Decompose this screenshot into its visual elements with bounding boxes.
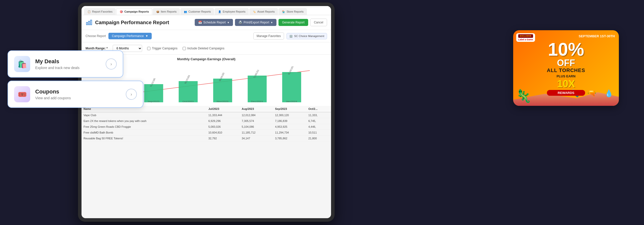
page-title: Campaign Performance Report [95, 20, 169, 25]
svg-rect-14 [213, 79, 232, 102]
page-header: Campaign Performance Report 📅 Schedule R… [82, 15, 331, 30]
nav-tabs: 📋 Report Favorites 🎯 Campaign Reports 📦 … [82, 6, 331, 15]
report-favorites-icon: 📋 [87, 10, 91, 13]
choose-report-label: Choose Report [86, 34, 106, 38]
product-2: 🔫 [584, 83, 599, 103]
campaign-reports-icon: 🎯 [119, 10, 123, 13]
promo-exclusive-label: EXCLUSIVE [518, 34, 533, 38]
col-header-sep2023: Sep/2023 [273, 106, 306, 112]
svg-text:Dec/2023: Dec/2023 [251, 100, 263, 103]
tab-item-reports[interactable]: 📦 Item Reports [153, 8, 180, 15]
data-table: Name Jul/2023 Aug/2023 Sep/2023 Oct/2...… [82, 106, 331, 141]
coupons-icon: 🎟️ [14, 86, 30, 102]
tab-customer-reports[interactable]: 👥 Customer Reports [180, 8, 214, 15]
svg-rect-17 [248, 76, 267, 102]
report-controls: Choose Report Campaign Performance ▼ Man… [82, 30, 331, 42]
tab-employee-reports[interactable]: 👤 Employee Reports [215, 8, 249, 15]
svg-text:Nov/2023: Nov/2023 [217, 100, 228, 103]
svg-text:Oct/2023: Oct/2023 [182, 100, 193, 103]
my-deals-card[interactable]: 🛍️ My Deals Explore and track new deals … [8, 50, 123, 78]
tablet-frame: 📋 Report Favorites 🎯 Campaign Reports 📦 … [78, 3, 335, 222]
promo-date: SEPTEMBER 1ST-30TH [579, 34, 615, 38]
svg-rect-8 [144, 84, 163, 102]
product-3: 💧 [601, 83, 616, 103]
col-header-aug2023: Aug/2023 [240, 106, 273, 112]
promo-badge: EXCLUSIVE Label a Game [516, 33, 535, 42]
promo-all-torches: ALL TORCHES [547, 68, 585, 73]
svg-rect-11 [179, 81, 197, 102]
deals-text: My Deals Explore and track new deals [35, 58, 101, 70]
svg-text:Jan/2024: Jan/2024 [286, 100, 297, 103]
promo-character: 🦎 [516, 89, 531, 103]
tab-store-reports[interactable]: 🏪 Store Reports [278, 8, 307, 15]
include-deleted-checkbox[interactable] [183, 47, 186, 50]
table-row: Reusable Bag 50 FREE Tokens! 32,792 34,1… [82, 136, 331, 141]
customer-reports-icon: 👥 [184, 10, 187, 13]
coupons-card[interactable]: 🎟️ Coupons View and add coupons › [8, 81, 143, 108]
col-header-oct2023: Oct/2... [306, 106, 331, 112]
org-badge: 🏢 SC Choice Management [287, 33, 327, 39]
item-reports-icon: 📦 [156, 10, 159, 13]
promo-banner: EXCLUSIVE Label a Game SEPTEMBER 1ST-30T… [513, 30, 619, 106]
trigger-campaigns-label: Trigger Campaigns [152, 47, 178, 50]
print-icon: 🖨️ [238, 21, 242, 24]
month-range-label: Month Range: * [86, 47, 108, 50]
promo-badge-text: Label a Game [518, 38, 533, 41]
coupons-title: Coupons [35, 88, 121, 95]
tab-asset-reports[interactable]: 🏷️ Asset Reports [249, 8, 278, 15]
employee-reports-icon: 👤 [218, 10, 221, 13]
trigger-campaigns-checkbox-area: Trigger Campaigns [147, 47, 178, 50]
choose-report-area: Choose Report Campaign Performance ▼ [86, 33, 152, 39]
trigger-campaigns-checkbox[interactable] [147, 47, 150, 50]
schedule-icon: 📅 [198, 21, 202, 24]
deals-arrow-button[interactable]: › [106, 58, 117, 70]
promo-rewards-badge: REWARDS [547, 90, 585, 96]
promo-off: OFF [547, 58, 585, 68]
promo-main-text: 10% OFF ALL TORCHES PLUS EARN 10X REWARD… [547, 40, 585, 96]
chart-icon [86, 19, 93, 26]
schedule-report-button[interactable]: 📅 Schedule Report ▼ [195, 19, 233, 26]
page-title-area: Campaign Performance Report [86, 19, 169, 26]
include-deleted-label: Include Deleted Campaigns [187, 47, 224, 50]
table-container: Name Jul/2023 Aug/2023 Sep/2023 Oct/2...… [82, 106, 331, 141]
promo-10x: 10X [547, 78, 585, 89]
org-icon: 🏢 [289, 35, 293, 38]
table-row: Vape Club 11,333,444 12,012,084 12,300,1… [82, 112, 331, 118]
include-deleted-checkbox-area: Include Deleted Campaigns [183, 47, 224, 50]
tab-campaign-reports[interactable]: 🎯 Campaign Reports [116, 8, 152, 15]
right-controls: Manage Favorites 🏢 SC Choice Management [253, 33, 327, 40]
coupons-arrow-button[interactable]: › [126, 89, 137, 100]
col-header-jul2023: Jul/2023 [206, 106, 240, 112]
promo-percent: 10% [547, 40, 585, 58]
campaign-performance-dropdown[interactable]: Campaign Performance ▼ [108, 33, 152, 39]
print-dropdown-arrow: ▼ [270, 21, 273, 24]
svg-rect-0 [87, 22, 88, 25]
header-buttons: 📅 Schedule Report ▼ 🖨️ Print/Export Repo… [195, 19, 327, 26]
cancel-button[interactable]: Cancel [310, 19, 327, 26]
coupons-subtitle: View and add coupons [35, 96, 121, 100]
promo-plus-earn: PLUS EARN [547, 74, 585, 78]
table-row: Free 25mg Green Roads CBD Froggie 5,083,… [82, 124, 331, 130]
manage-favorites-button[interactable]: Manage Favorites [253, 33, 284, 40]
schedule-dropdown-arrow: ▼ [227, 21, 229, 24]
table-row: Earn 2X the reward tokens when you pay w… [82, 118, 331, 124]
table-row: Free cbdMD Bath Bomb 10,604,810 11,185,7… [82, 130, 331, 136]
coupons-text: Coupons View and add coupons [35, 88, 121, 100]
generate-report-button[interactable]: Generate Report [278, 19, 308, 26]
svg-text:Sep/2023: Sep/2023 [148, 100, 159, 103]
svg-rect-1 [89, 21, 90, 25]
dropdown-arrow-icon: ▼ [145, 34, 148, 38]
asset-reports-icon: 🏷️ [253, 10, 256, 13]
tablet-screen: 📋 Report Favorites 🎯 Campaign Reports 📦 … [82, 6, 331, 218]
deals-icon: 🛍️ [14, 56, 30, 72]
svg-rect-2 [91, 20, 92, 25]
svg-rect-20 [282, 72, 301, 102]
print-export-button[interactable]: 🖨️ Print/Export Report ▼ [235, 19, 276, 26]
deals-subtitle: Explore and track new deals [35, 66, 101, 70]
tab-report-favorites[interactable]: 📋 Report Favorites [84, 8, 116, 15]
store-reports-icon: 🏪 [282, 10, 285, 13]
deals-title: My Deals [35, 58, 101, 65]
